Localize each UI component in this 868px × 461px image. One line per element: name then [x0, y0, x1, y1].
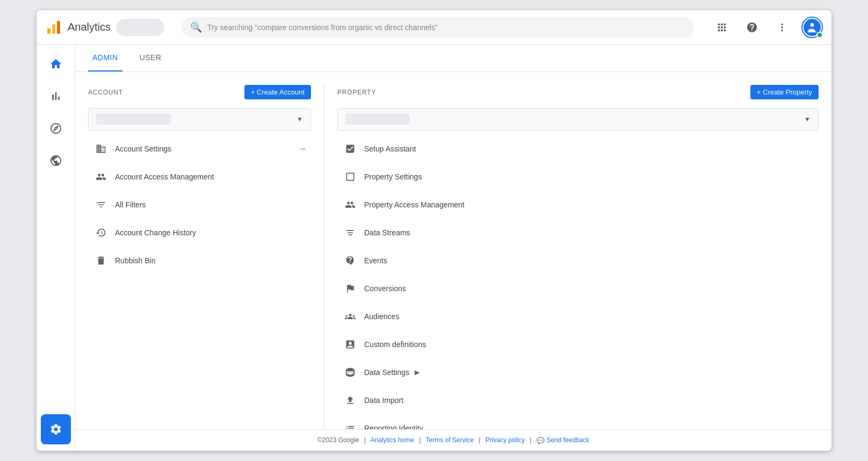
- avatar-status-dot: [816, 32, 823, 38]
- search-bar[interactable]: 🔍 Try searching "compare conversions fro…: [182, 17, 694, 38]
- people-icon: [95, 170, 107, 183]
- menu-item-data-settings[interactable]: Data Settings ▶: [337, 358, 819, 386]
- menu-item-rubbish-bin[interactable]: Rubbish Bin: [88, 247, 311, 275]
- menu-item-custom-definitions-label: Custom definitions: [364, 340, 426, 349]
- topbar: Analytics 🔍 Try searching "compare conve…: [37, 10, 831, 45]
- account-settings-arrow-icon: →: [298, 144, 307, 154]
- menu-item-data-streams-label: Data Streams: [364, 228, 410, 237]
- account-column-label: Account: [88, 89, 123, 96]
- menu-item-account-settings-label: Account Settings: [115, 145, 171, 153]
- main-window: Analytics 🔍 Try searching "compare conve…: [37, 10, 831, 451]
- topbar-actions: [711, 17, 823, 38]
- menu-item-account-access-label: Account Access Management: [115, 172, 214, 181]
- more-vert-icon: [776, 21, 788, 33]
- footer-sep-1: |: [364, 436, 366, 444]
- property-dropdown-value: [345, 114, 410, 125]
- sidebar-item-reports[interactable]: [41, 81, 71, 111]
- menu-item-account-change-history[interactable]: Account Change History: [88, 219, 311, 247]
- data-settings-icon: [344, 366, 357, 379]
- gear-icon: [49, 423, 62, 436]
- create-property-button[interactable]: + Create Property: [750, 85, 819, 99]
- menu-item-property-settings[interactable]: Property Settings: [337, 163, 819, 191]
- menu-item-account-access-management[interactable]: Account Access Management: [88, 163, 311, 191]
- footer-link-analytics-home[interactable]: Analytics home: [371, 436, 414, 444]
- explore-icon: [49, 122, 62, 135]
- columns-area: Account + Create Account ▼: [75, 72, 831, 429]
- footer-sep-3: |: [479, 436, 480, 444]
- sidebar: [37, 45, 75, 451]
- streams-icon: [344, 226, 357, 239]
- menu-item-change-history-label: Account Change History: [115, 228, 196, 237]
- account-menu-list: Account Settings → Account Access Manage…: [88, 135, 311, 275]
- menu-item-data-import[interactable]: Data Import: [337, 386, 819, 414]
- menu-item-audiences[interactable]: Audiences: [337, 302, 819, 330]
- property-column-header: Property + Create Property: [337, 85, 819, 99]
- apps-grid-button[interactable]: [711, 17, 733, 38]
- create-account-button[interactable]: + Create Account: [244, 85, 311, 99]
- reporting-icon: [344, 422, 357, 429]
- property-people-icon: [344, 198, 357, 211]
- menu-item-property-access-label: Property Access Management: [364, 200, 465, 209]
- sidebar-settings-button[interactable]: [41, 414, 71, 444]
- content-area: ADMIN USER Account + Create Account ▼: [75, 45, 831, 451]
- sidebar-item-advertising[interactable]: [41, 146, 71, 176]
- menu-item-all-filters-label: All Filters: [115, 200, 146, 209]
- tab-admin[interactable]: ADMIN: [88, 45, 122, 71]
- flag-icon: [344, 282, 357, 295]
- footer-link-privacy[interactable]: Privacy policy: [486, 436, 525, 444]
- menu-item-events-label: Events: [364, 256, 387, 265]
- trash-icon: [95, 254, 107, 267]
- footer-sep-2: |: [419, 436, 421, 444]
- menu-item-data-streams[interactable]: Data Streams: [337, 219, 819, 247]
- bar-chart-icon: [49, 90, 62, 103]
- svg-rect-1: [52, 24, 55, 34]
- account-dropdown-value: [96, 114, 171, 125]
- account-column: Account + Create Account ▼: [88, 85, 324, 429]
- tabs-bar: ADMIN USER: [75, 45, 831, 72]
- tab-user[interactable]: USER: [135, 45, 166, 71]
- menu-item-data-import-label: Data Import: [364, 396, 403, 405]
- search-icon: 🔍: [190, 21, 202, 33]
- events-icon: [344, 254, 357, 267]
- menu-item-setup-assistant[interactable]: Setup Assistant: [337, 135, 819, 163]
- account-dropdown[interactable]: ▼: [88, 108, 311, 131]
- menu-item-account-settings[interactable]: Account Settings →: [88, 135, 311, 163]
- menu-item-property-access-management[interactable]: Property Access Management: [337, 191, 819, 219]
- footer-copyright: ©2023 Google: [317, 436, 359, 444]
- more-options-button[interactable]: [771, 17, 793, 38]
- custom-def-icon: [344, 338, 357, 351]
- account-pill[interactable]: [116, 19, 164, 36]
- menu-item-all-filters[interactable]: All Filters: [88, 191, 311, 219]
- filter-icon: [95, 198, 107, 211]
- property-column: Property + Create Property ▼: [324, 85, 819, 429]
- admin-content: Account + Create Account ▼: [75, 72, 831, 429]
- history-icon: [95, 226, 107, 239]
- footer-feedback-link[interactable]: Send feedback: [546, 436, 589, 444]
- help-button[interactable]: [741, 17, 763, 38]
- property-menu-list: Setup Assistant Property Settings: [337, 135, 819, 429]
- apps-grid-icon: [716, 21, 728, 33]
- sidebar-item-home[interactable]: [41, 49, 71, 79]
- account-column-header: Account + Create Account: [88, 85, 311, 99]
- menu-item-conversions[interactable]: Conversions: [337, 275, 819, 302]
- user-avatar[interactable]: [801, 17, 823, 38]
- audiences-icon: [344, 310, 357, 323]
- account-dropdown-arrow-icon: ▼: [296, 116, 303, 123]
- checkbox-icon: [344, 142, 357, 155]
- menu-item-events[interactable]: Events: [337, 247, 819, 275]
- building-icon: [95, 142, 107, 155]
- analytics-logo-icon: [45, 19, 62, 36]
- help-icon: [746, 21, 758, 33]
- footer-link-terms[interactable]: Terms of Service: [425, 436, 473, 444]
- menu-item-property-settings-label: Property Settings: [364, 172, 422, 181]
- main-layout: ADMIN USER Account + Create Account ▼: [37, 45, 831, 451]
- menu-item-reporting-identity[interactable]: Reporting Identity: [337, 414, 819, 429]
- app-title: Analytics: [68, 21, 111, 33]
- search-placeholder: Try searching "compare conversions from …: [207, 23, 438, 32]
- footer-feedback-icon: 💬: [537, 437, 545, 444]
- home-icon: [49, 57, 62, 70]
- menu-item-custom-definitions[interactable]: Custom definitions: [337, 330, 819, 358]
- property-dropdown[interactable]: ▼: [337, 108, 819, 131]
- sidebar-item-explore[interactable]: [41, 113, 71, 143]
- property-column-label: Property: [337, 89, 376, 96]
